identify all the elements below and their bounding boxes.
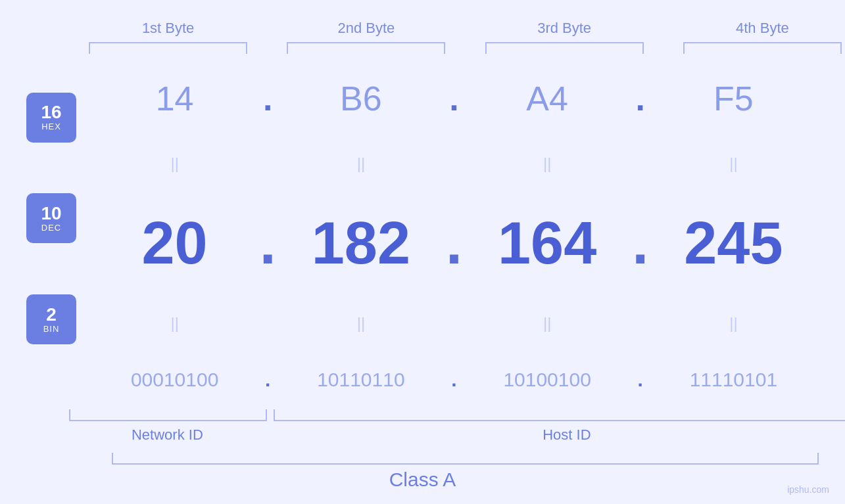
- byte-col-3: 3rd Byte: [466, 20, 664, 54]
- byte-headers: 1st Byte 2nd Byte 3rd Byte 4th Byte: [69, 20, 845, 54]
- byte-label-2: 2nd Byte: [337, 20, 395, 37]
- rows-container: 14 . B6 . A4 . F5 || ||: [89, 60, 819, 409]
- bin-cell-2: 10110110: [276, 369, 446, 391]
- dec-cell-2: 182: [276, 210, 446, 277]
- eq-1-1: ||: [89, 154, 260, 173]
- bin-num: 2: [46, 306, 57, 324]
- main-area: 16 HEX 10 DEC 2 BIN 14 . B6: [26, 60, 819, 409]
- dec-dot-2: .: [447, 210, 462, 277]
- eq-row-2: || || || ||: [89, 314, 819, 332]
- bin-val-3: 10100100: [503, 369, 591, 391]
- eq-2-2: ||: [276, 314, 446, 332]
- hex-val-4: F5: [713, 79, 754, 118]
- hex-dot-2: .: [447, 79, 462, 118]
- network-id-label: Network ID: [69, 426, 266, 444]
- byte-col-4: 4th Byte: [664, 20, 845, 54]
- hex-val-2: B6: [340, 79, 382, 118]
- base-labels: 16 HEX 10 DEC 2 BIN: [26, 60, 76, 409]
- dec-row: 20 . 182 . 164 . 245: [89, 210, 819, 277]
- bracket-top-2: [287, 42, 445, 54]
- bracket-top-3: [485, 42, 644, 54]
- bracket-top-1: [89, 42, 247, 54]
- hex-name: HEX: [41, 122, 61, 131]
- dec-val-2: 182: [312, 210, 410, 277]
- hex-cell-3: A4: [462, 79, 633, 118]
- eq-1-4: ||: [648, 154, 819, 173]
- bin-dot-2: .: [447, 369, 462, 391]
- bracket-top-4: [683, 42, 842, 54]
- dec-dot-1: .: [260, 210, 276, 277]
- hex-val-3: A4: [526, 79, 568, 118]
- eq-1-3: ||: [462, 154, 633, 173]
- dec-num: 10: [41, 204, 61, 223]
- bin-val-1: 00010100: [131, 369, 218, 391]
- labels-row: Network ID Host ID: [69, 426, 845, 444]
- bin-row: 00010100 . 10110110 . 10100100 . 1111010…: [89, 369, 819, 391]
- eq-1-2: ||: [276, 154, 446, 173]
- bin-dot-1: .: [260, 369, 276, 391]
- byte-col-1: 1st Byte: [69, 20, 267, 54]
- hex-num: 16: [41, 103, 61, 122]
- hex-cell-1: 14: [89, 79, 260, 118]
- dec-name: DEC: [41, 223, 61, 233]
- bin-val-4: 11110101: [690, 369, 777, 391]
- host-id-label: Host ID: [272, 426, 845, 444]
- hex-cell-4: F5: [648, 79, 819, 118]
- main-container: 1st Byte 2nd Byte 3rd Byte 4th Byte 16 H…: [0, 0, 845, 504]
- bin-val-2: 10110110: [317, 369, 404, 391]
- dec-cell-3: 164: [462, 210, 633, 277]
- eq-row-1: || || || ||: [89, 154, 819, 173]
- byte-label-4: 4th Byte: [736, 20, 789, 37]
- dec-cell-1: 20: [89, 210, 260, 277]
- bin-cell-3: 10100100: [462, 369, 633, 391]
- bin-cell-1: 00010100: [89, 369, 260, 391]
- bottom-area: Network ID Host ID: [69, 409, 845, 444]
- dec-dot-3: .: [633, 210, 648, 277]
- dec-val-3: 164: [498, 210, 596, 277]
- byte-label-1: 1st Byte: [142, 20, 194, 37]
- hex-dot-3: .: [633, 79, 648, 118]
- brackets-row: [69, 409, 845, 421]
- hex-dot-1: .: [260, 79, 276, 118]
- bin-badge: 2 BIN: [26, 294, 76, 344]
- dec-cell-4: 245: [648, 210, 819, 277]
- class-bracket: [112, 453, 819, 465]
- host-bracket: [274, 409, 845, 421]
- bin-dot-3: .: [633, 369, 648, 391]
- watermark: ipshu.com: [787, 484, 829, 495]
- hex-cell-2: B6: [276, 79, 446, 118]
- bin-name: BIN: [43, 324, 60, 334]
- byte-label-3: 3rd Byte: [537, 20, 591, 37]
- dec-val-4: 245: [684, 210, 783, 277]
- network-bracket: [69, 409, 267, 421]
- class-label: Class A: [26, 469, 819, 491]
- eq-2-1: ||: [89, 314, 260, 332]
- class-area: Class A: [26, 453, 819, 491]
- byte-col-2: 2nd Byte: [267, 20, 465, 54]
- hex-row: 14 . B6 . A4 . F5: [89, 79, 819, 118]
- eq-2-4: ||: [648, 314, 819, 332]
- hex-val-1: 14: [156, 79, 194, 118]
- dec-badge: 10 DEC: [26, 193, 76, 243]
- dec-val-1: 20: [142, 210, 208, 277]
- bin-cell-4: 11110101: [648, 369, 819, 391]
- hex-badge: 16 HEX: [26, 93, 76, 143]
- eq-2-3: ||: [462, 314, 633, 332]
